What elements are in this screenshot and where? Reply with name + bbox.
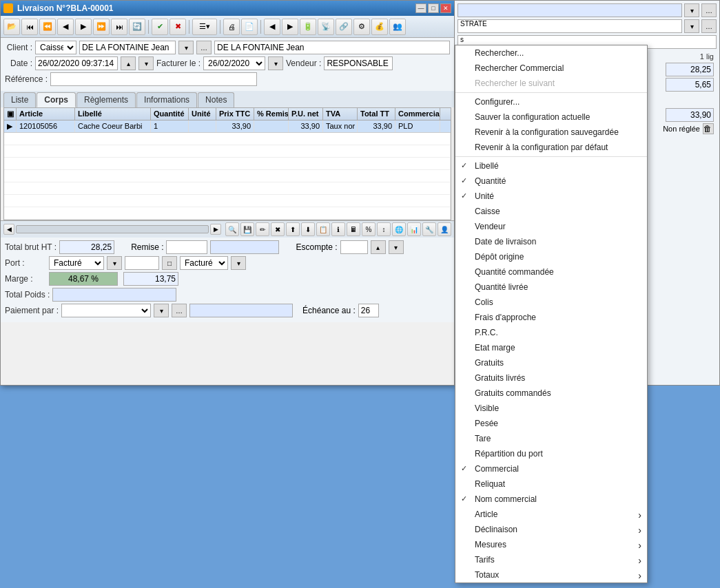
escompte-input[interactable] [340,240,368,254]
menu-gratuits-commandes[interactable]: Gratuits commandés [455,386,647,401]
nav-btn-13[interactable]: 📊 [407,222,421,236]
toolbar-btn-5[interactable]: ▶ [75,19,92,35]
toolbar-btn-cancel[interactable]: ✖ [169,19,186,35]
escompte-spinner-up[interactable]: ▴ [371,240,386,254]
echeance-input[interactable] [358,304,379,317]
menu-pesee[interactable]: Pesée [455,416,647,431]
toolbar-btn-13[interactable]: 🔋 [300,19,316,35]
menu-reliquat[interactable]: Reliquat [455,476,647,492]
menu-revenir-config-sauvegardee[interactable]: Revenir à la configuration sauvegardée [455,125,647,140]
menu-revenir-config-defaut[interactable]: Revenir à la configuration par défaut [455,140,647,155]
menu-etat-marge[interactable]: Etat marge [455,340,647,355]
non-reglee-icon[interactable]: 🗑 [703,123,714,134]
menu-mesures[interactable]: Mesures [455,537,647,552]
port-type2-select[interactable]: Facturé [180,256,228,270]
port-dropdown-btn[interactable]: ▾ [107,256,122,270]
menu-repartition-port[interactable]: Répartition du port [455,446,647,461]
menu-commercial[interactable]: Commercial [455,461,647,476]
toolbar-btn-2[interactable]: ⏮ [21,19,38,35]
port-type-select[interactable]: Facturé [49,256,104,270]
right-input-2[interactable]: STRATE [457,19,682,33]
toolbar-btn-10[interactable]: 📄 [241,19,258,35]
menu-gratuits-livres[interactable]: Gratuits livrés [455,370,647,386]
maximize-button[interactable]: □ [428,3,439,13]
menu-date-livraison[interactable]: Date de livraison [455,234,647,249]
remise-input[interactable] [166,240,207,254]
date-up-btn[interactable]: ▴ [121,56,136,70]
nav-btn-15[interactable]: 👤 [438,222,451,236]
menu-depot-origine[interactable]: Dépôt origine [455,249,647,264]
toolbar-btn-12[interactable]: ▶ [282,19,298,35]
menu-rechercher[interactable]: Rechercher... [455,45,647,61]
client-dropdown-btn[interactable]: ▾ [178,41,194,54]
toolbar-btn-17[interactable]: 💰 [371,19,388,35]
port-type2-dropdown[interactable]: ▾ [231,256,246,270]
nav-btn-8[interactable]: ℹ [331,222,345,236]
table-row[interactable]: ▶ 120105056 Cache Coeur Barbi 1 33,90 33… [4,120,451,133]
port-input[interactable] [125,256,159,270]
menu-unite[interactable]: Unité [455,189,647,204]
menu-quantite[interactable]: Quantité [455,174,647,189]
minimize-button[interactable]: — [415,3,426,13]
toolbar-btn-16[interactable]: ⚙ [353,19,370,35]
toolbar-btn-15[interactable]: 🔗 [336,19,352,35]
scroll-left-btn[interactable]: ◀ [3,224,14,235]
toolbar-btn-4[interactable]: ◀ [57,19,74,35]
toolbar-btn-6[interactable]: ⏩ [93,19,110,35]
close-button[interactable]: ✕ [440,3,451,13]
toolbar-btn-9[interactable]: 🖨 [223,19,240,35]
right-dropdown-1[interactable]: ▾ [684,3,699,17]
date-input[interactable] [35,56,118,70]
nav-btn-10[interactable]: % [362,222,376,236]
tab-liste[interactable]: Liste [3,92,36,107]
nav-btn-5[interactable]: ⬆ [286,222,300,236]
nav-btn-14[interactable]: 🔧 [422,222,436,236]
menu-quantite-commandee[interactable]: Quantité commandée [455,264,647,280]
menu-totaux[interactable]: Totaux [455,567,647,582]
nav-btn-7[interactable]: 📋 [316,222,330,236]
client-type-select[interactable]: Caisse [35,41,76,54]
right-dropdown-2[interactable]: ▾ [684,19,699,33]
menu-tarifs[interactable]: Tarifs [455,552,647,567]
toolbar-btn-3[interactable]: ⏪ [39,19,56,35]
menu-tare[interactable]: Tare [455,431,647,446]
tab-notes[interactable]: Notes [198,92,234,107]
toolbar-btn-18[interactable]: 👥 [389,19,406,35]
toolbar-btn-1[interactable]: 📂 [3,19,20,35]
right-extra-1[interactable]: … [701,3,717,17]
nav-btn-6[interactable]: ⬇ [301,222,315,236]
menu-visible[interactable]: Visible [455,401,647,416]
nav-btn-11[interactable]: ↕ [377,222,391,236]
menu-frais-approche[interactable]: Frais d'approche [455,310,647,325]
nav-btn-3[interactable]: ✏ [256,222,269,236]
scroll-track[interactable] [16,225,209,233]
menu-caisse[interactable]: Caisse [455,204,647,219]
menu-article[interactable]: Article [455,507,647,522]
paiement-select[interactable] [61,304,151,317]
tab-reglements[interactable]: Règlements [76,92,136,107]
menu-nom-commercial[interactable]: Nom commercial [455,492,647,507]
tab-corps[interactable]: Corps [37,92,76,107]
menu-prc[interactable]: P.R.C. [455,325,647,340]
escompte-spinner-down[interactable]: ▾ [389,240,404,254]
toolbar-btn-8[interactable]: 🔄 [129,19,145,35]
toolbar-btn-7[interactable]: ⏭ [111,19,127,35]
menu-sauver-config[interactable]: Sauver la configuration actuelle [455,109,647,125]
menu-rechercher-commercial[interactable]: Rechercher Commercial [455,61,647,76]
paiement-extra-btn[interactable]: … [172,304,187,317]
client-search-btn[interactable]: … [196,41,212,54]
toolbar-btn-11[interactable]: ◀ [264,19,280,35]
right-extra-2[interactable]: … [701,19,717,33]
vendeur-input[interactable] [324,56,393,70]
right-input-1[interactable] [457,3,682,17]
menu-vendeur[interactable]: Vendeur [455,219,647,234]
nav-btn-2[interactable]: 💾 [240,222,254,236]
client-input[interactable] [79,41,176,54]
menu-configurer[interactable]: Configurer... [455,94,647,109]
nav-btn-1[interactable]: 🔍 [225,222,239,236]
menu-quantite-livree[interactable]: Quantité livrée [455,280,647,295]
toolbar-btn-confirm[interactable]: ✔ [152,19,168,35]
toolbar-btn-menu[interactable]: ☰▾ [192,19,217,35]
menu-colis[interactable]: Colis [455,295,647,310]
nav-btn-9[interactable]: 🖩 [347,222,360,236]
